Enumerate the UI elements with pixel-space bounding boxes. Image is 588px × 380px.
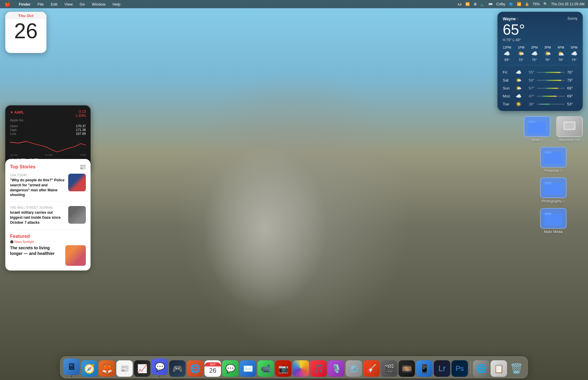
weather-hour-3pm: 3PM 🌤️ 76° <box>544 46 551 62</box>
menubar-battery: 76% <box>533 2 540 6</box>
weather-day-mon: Mon ☁️ 47° 69° <box>503 93 577 99</box>
menubar-shortcuts-icon: ⌨️ <box>488 2 493 6</box>
apple-menu[interactable]: 🍎 <box>4 1 12 7</box>
menubar-help[interactable]: Help <box>111 2 122 6</box>
menubar: 🍎 Finder File Edit View Go Window Help 👁… <box>0 0 588 8</box>
dock-item-garageband[interactable]: 🎸 <box>363 360 380 377</box>
news-widget[interactable]: Top Stories 📰 USA Today "Why do people d… <box>5 159 91 271</box>
news-headline-2: Israeli military carries out biggest rai… <box>10 210 65 225</box>
dock-separator <box>470 360 471 375</box>
svg-rect-30 <box>528 122 546 134</box>
stocks-chart <box>10 138 86 152</box>
svg-rect-40 <box>544 214 562 225</box>
weather-day-sat: Sat 🌤️ 58° 79° <box>503 77 577 83</box>
dock: 🖥 🧭 🦊 📰 📈 💬 🎮 <box>60 356 528 378</box>
svg-rect-37 <box>544 151 552 154</box>
stocks-details: Open 170.37 High 171.38 Low 167.89 <box>10 124 86 135</box>
menubar-edit[interactable]: Edit <box>50 2 59 6</box>
news-source-2: THE WALL STREET JOURNAL <box>10 206 65 209</box>
stocks-company-name: Apple Inc. <box>10 118 86 122</box>
weather-day-sun: Sun 🌤️ 57° 69° <box>503 85 577 91</box>
desktop-icon-malix-media[interactable]: Malix Media <box>524 208 583 234</box>
menubar-window[interactable]: Window <box>91 2 106 6</box>
desktop-icon-malix-media-label: Malix Media <box>544 230 563 234</box>
weather-hourly: 12PM ☁️ 69° 1PM 🌤️ 72° 2PM ☁️ 75° 3PM 🌤️… <box>503 46 577 65</box>
svg-rect-34 <box>567 130 572 132</box>
dock-item-trash[interactable]: 🗑️ <box>508 360 525 377</box>
dock-item-photos[interactable] <box>293 360 309 377</box>
weather-hour-5pm: 5PM ☁️ 74° <box>571 46 577 62</box>
menubar-finder[interactable]: Finder <box>18 2 32 6</box>
calendar-day-number: 26 <box>14 20 38 42</box>
desktop-icon-work[interactable]: Work ◇ <box>524 116 550 142</box>
dock-item-systemprefs2[interactable]: 🌐 <box>473 360 490 377</box>
dock-item-messages[interactable]: 💬 <box>222 360 239 377</box>
dock-item-firefox[interactable]: 🦊 <box>99 360 115 377</box>
news-featured-headline: The secrets to living longer — and healt… <box>10 245 62 266</box>
news-top-stories-header: Top Stories 📰 <box>10 164 86 170</box>
weather-widget[interactable]: Wayne ↑ 65° H:76° L:48° Sunny 12PM ☁️ 69… <box>497 12 583 111</box>
dock-item-steam[interactable]: 🎮 <box>169 360 186 377</box>
stocks-header: ▼ AAPL -3.13 -1.83% <box>10 109 86 118</box>
menubar-right: 👁️ ⏯️ 🖥 📺 ⌨️ Colby 🔷 📶 🔒 76% 🔍 Thu Oct 2… <box>457 2 584 6</box>
dock-item-mail[interactable]: ✉️ <box>240 360 256 377</box>
dock-item-claquette[interactable]: 📱 <box>416 360 433 377</box>
svg-rect-35 <box>565 132 574 132</box>
stocks-time-labels: 10 AM 12 PM 2 PM <box>10 154 86 157</box>
dock-item-photobooth[interactable]: 📷 <box>275 360 292 377</box>
svg-rect-33 <box>564 122 574 129</box>
desktop-icon-photography[interactable]: Photography ◇ <box>524 177 583 203</box>
dock-item-finder[interactable]: 🖥 <box>64 359 80 377</box>
news-article-1[interactable]: USA Today "Why do people do this?" Polic… <box>10 174 86 202</box>
desktop-icons-container: Work ◇ Macintosh HD Financial ◇ <box>524 116 583 234</box>
menubar-left: 🍎 Finder File Edit View Go Window Help <box>4 1 121 7</box>
stocks-chart-svg <box>10 138 86 152</box>
weather-hour-12pm: 12PM ☁️ 69° <box>503 46 511 62</box>
dock-item-facetime[interactable]: 📹 <box>258 360 274 377</box>
menubar-media-icon: ⏯️ <box>465 2 470 6</box>
dock-item-systemprefs[interactable]: ⚙️ <box>346 360 362 377</box>
stocks-change: -3.13 -1.83% <box>75 109 86 118</box>
desktop-icon-macintosh-hd[interactable]: Macintosh HD <box>556 116 583 142</box>
dock-item-finder2[interactable]: 📋 <box>491 360 507 377</box>
stocks-low-row: Low 167.89 <box>10 132 86 135</box>
news-article-2[interactable]: THE WALL STREET JOURNAL Israeli military… <box>10 206 86 229</box>
dock-item-calendar[interactable]: OCT 26 <box>205 360 221 377</box>
menubar-username: Colby <box>496 2 505 6</box>
menubar-airplay-icon: 📺 <box>480 2 485 6</box>
dock-item-music[interactable]: 🎵 <box>310 360 327 377</box>
news-featured-article[interactable]: The secrets to living longer — and healt… <box>10 245 86 266</box>
news-thumbnail-2 <box>68 206 86 224</box>
dock-item-news[interactable]: 📰 <box>116 360 133 377</box>
dock-item-podcasts[interactable]: 🎙️ <box>328 360 345 377</box>
menubar-display-icon: 🖥 <box>473 2 477 6</box>
svg-rect-41 <box>544 213 552 215</box>
desktop-icon-macintosh-hd-label: Macintosh HD <box>558 138 580 142</box>
menubar-view[interactable]: View <box>63 2 74 6</box>
weather-hour-1pm: 1PM 🌤️ 72° <box>518 46 524 62</box>
dock-item-arc[interactable]: 🌐 <box>187 360 203 377</box>
desktop-icon-photography-label: Photography ◇ <box>542 199 565 203</box>
dock-item-lightroom[interactable]: Lr <box>434 360 450 377</box>
weather-condition: Sunny <box>567 16 577 21</box>
menubar-go[interactable]: Go <box>78 2 86 6</box>
menubar-file[interactable]: File <box>36 2 45 6</box>
news-headline-1: "Why do people do this?" Police search f… <box>10 178 65 198</box>
news-featured-label: Featured <box>10 234 86 239</box>
desktop-icon-financial[interactable]: Financial ◇ <box>524 147 583 173</box>
dock-item-discord[interactable]: 💬 <box>152 359 168 377</box>
desktop-icon-work-label: Work ◇ <box>531 138 543 142</box>
news-featured-source: ⚫ News Spotlight <box>10 240 86 243</box>
stocks-ticker: ▼ AAPL <box>10 109 24 115</box>
calendar-widget[interactable]: Thu Oct 26 <box>5 12 46 53</box>
dock-item-safari[interactable]: 🧭 <box>81 360 98 377</box>
stocks-high-row: High 171.38 <box>10 128 86 132</box>
dock-item-compressor[interactable]: 🎬 <box>381 360 397 377</box>
dock-item-stocks[interactable]: 📈 <box>134 360 151 377</box>
news-featured-thumbnail <box>65 245 86 266</box>
menubar-search-icon[interactable]: 🔍 <box>543 2 548 6</box>
dock-item-photoshop[interactable]: Ps <box>452 360 468 377</box>
dock-item-finalcutpro[interactable]: 🎞️ <box>399 360 415 377</box>
calendar-month: Thu Oct <box>5 12 46 19</box>
svg-rect-39 <box>544 182 552 184</box>
